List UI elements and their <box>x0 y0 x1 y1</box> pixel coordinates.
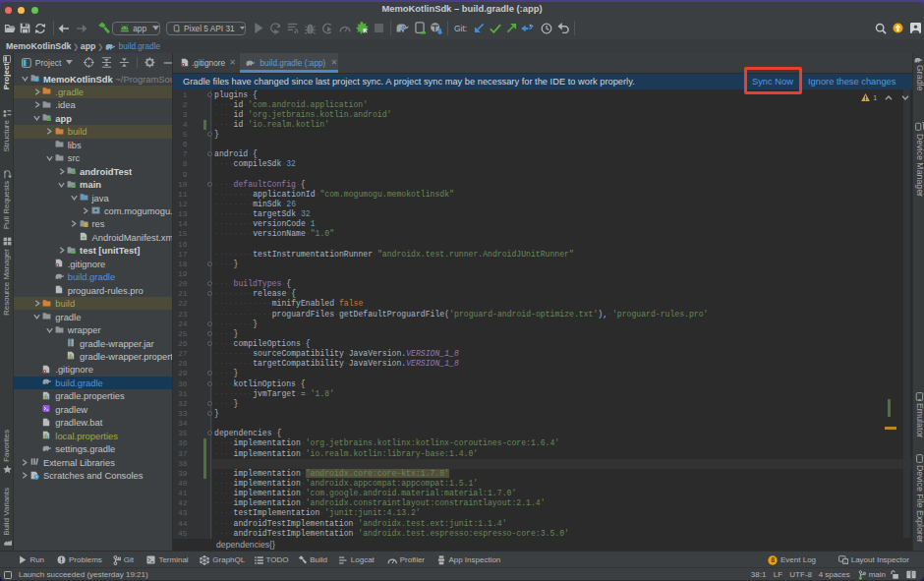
svg-text:8: 8 <box>771 556 775 563</box>
